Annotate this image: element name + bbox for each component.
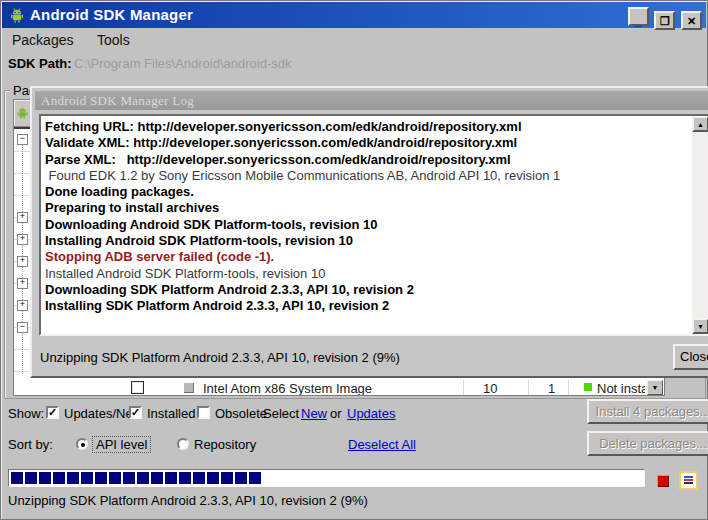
row-status-square: [584, 383, 592, 391]
select-new-link[interactable]: New: [301, 406, 327, 421]
log-window-icon[interactable]: [679, 471, 698, 490]
tree-expand-icon[interactable]: +: [17, 278, 28, 289]
progress-segment: [179, 472, 191, 484]
log-line: Validate XML: http://developer.sonyerics…: [45, 135, 688, 151]
progress-segment: [151, 472, 163, 484]
log-scrollbar[interactable]: ▲ ▼: [692, 116, 708, 334]
log-line: Installing SDK Platform Android 2.3.3, A…: [45, 298, 688, 314]
select-or-label: or: [330, 406, 342, 421]
delete-packages-button[interactable]: Delete packages...: [587, 431, 708, 456]
progress-segment: [123, 472, 135, 484]
progress-segment: [39, 472, 51, 484]
log-lines: Fetching URL: http://developer.sonyerics…: [41, 116, 692, 334]
log-line: Fetching URL: http://developer.sonyerics…: [45, 119, 688, 135]
tree-expand-icon[interactable]: +: [17, 256, 28, 267]
status-bar-text: Unzipping SDK Platform Android 2.3.3, AP…: [8, 493, 368, 508]
sdk-path-label: SDK Path:: [8, 56, 72, 71]
checkbox-installed[interactable]: ✓: [129, 406, 142, 419]
radio-repository-label[interactable]: Repository: [194, 437, 256, 452]
log-dialog-titlebar[interactable]: Android SDK Manager Log: [35, 91, 708, 110]
tree-expand-icon[interactable]: +: [17, 234, 28, 245]
progress-segment: [235, 472, 247, 484]
table-scroll-down-icon[interactable]: ▼: [647, 380, 663, 395]
stop-icon[interactable]: [657, 475, 669, 487]
log-line: Preparing to install archives: [45, 200, 688, 216]
log-line: Installed Android SDK Platform-tools, re…: [45, 266, 688, 282]
tree-expand-icon[interactable]: −: [17, 134, 28, 145]
sdk-path-value: C:\Program Files\Android\android-sdk: [74, 56, 291, 71]
close-icon[interactable]: ✕: [681, 11, 702, 30]
log-line: Installing Android SDK Platform-tools, r…: [45, 233, 688, 249]
log-dialog-status: Unzipping SDK Platform Android 2.3.3, AP…: [40, 350, 400, 365]
log-line: Found EDK 1.2 by Sony Ericsson Mobile Co…: [45, 168, 688, 184]
progress-segment: [207, 472, 219, 484]
row-revision: 1: [548, 381, 555, 395]
sort-by-label: Sort by:: [8, 437, 53, 452]
window-titlebar: Android SDK Manager _ ❒ ✕: [2, 2, 706, 28]
log-line: Parse XML: http://developer.sonyericsson…: [45, 152, 688, 168]
table-header-divider: [14, 127, 31, 129]
progress-segment: [249, 472, 261, 484]
radio-api-level-label[interactable]: API level: [92, 436, 151, 453]
select-updates-link[interactable]: Updates: [347, 406, 395, 421]
checkbox-updates-new[interactable]: ✓: [46, 406, 59, 419]
scroll-up-icon[interactable]: ▲: [692, 116, 708, 132]
progress-segment: [221, 472, 233, 484]
checkbox-installed-label[interactable]: Installed: [147, 406, 195, 421]
window-controls: _ ❒ ✕: [626, 7, 702, 30]
checkbox-obsolete[interactable]: [197, 406, 210, 419]
table-row[interactable]: Intel Atom x86 System Image 10 1 Not ins…: [14, 380, 646, 395]
minimize-icon[interactable]: _: [628, 7, 649, 26]
check-icon: ✓: [131, 406, 140, 418]
progress-segment: [53, 472, 65, 484]
android-app-icon: [8, 6, 26, 24]
install-packages-button[interactable]: Install 4 packages...: [587, 399, 708, 424]
tree-guide-line: [22, 134, 24, 374]
checkbox-obsolete-label[interactable]: Obsolete: [215, 406, 267, 421]
select-label: Select: [263, 406, 299, 421]
row-checkbox[interactable]: [131, 381, 144, 394]
progress-segment: [193, 472, 205, 484]
show-label: Show:: [8, 406, 44, 421]
log-dialog: Android SDK Manager Log Fetching URL: ht…: [30, 86, 708, 378]
tree-expand-icon[interactable]: +: [17, 300, 28, 311]
row-api-level: 10: [483, 381, 497, 395]
progress-bar: [8, 469, 645, 487]
window-title: Android SDK Manager: [30, 6, 193, 23]
progress-segment: [95, 472, 107, 484]
package-icon: [183, 382, 194, 393]
progress-segment: [137, 472, 149, 484]
deselect-all-link[interactable]: Deselect All: [348, 437, 416, 452]
log-line: Downloading SDK Platform Android 2.3.3, …: [45, 282, 688, 298]
menu-tools[interactable]: Tools: [97, 32, 130, 48]
progress-segment: [11, 472, 23, 484]
progress-segment: [165, 472, 177, 484]
close-button[interactable]: Close: [673, 344, 708, 370]
radio-api-level[interactable]: [76, 438, 88, 450]
check-icon: ✓: [48, 406, 57, 418]
maximize-icon[interactable]: ❒: [654, 11, 675, 30]
log-line: Downloading Android SDK Platform-tools, …: [45, 217, 688, 233]
tree-expand-icon[interactable]: −: [17, 322, 28, 333]
progress-segment: [67, 472, 79, 484]
radio-repository[interactable]: [177, 438, 189, 450]
menu-packages[interactable]: Packages: [12, 32, 73, 48]
row-status: Not installed: [597, 381, 645, 395]
log-text-area[interactable]: Fetching URL: http://developer.sonyerics…: [39, 114, 708, 336]
log-line: Done loading packages.: [45, 184, 688, 200]
row-package-name: Intel Atom x86 System Image: [203, 381, 461, 395]
scroll-down-icon[interactable]: ▼: [692, 318, 708, 334]
tree-expand-icon[interactable]: +: [17, 212, 28, 223]
progress-segment: [81, 472, 93, 484]
log-line: Stopping ADB server failed (code -1).: [45, 249, 688, 265]
progress-segment: [109, 472, 121, 484]
progress-segment: [25, 472, 37, 484]
app-window: Android SDK Manager _ ❒ ✕ Packages Tools…: [0, 0, 708, 520]
